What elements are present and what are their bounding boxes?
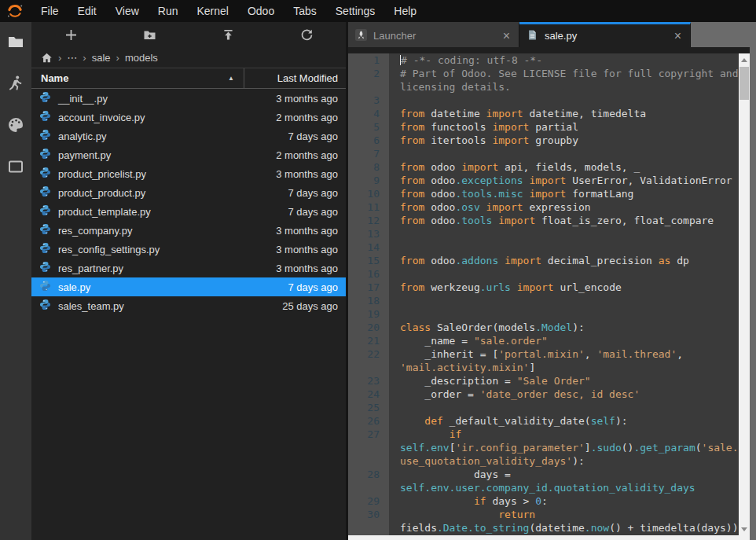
tab-launcher[interactable]: Launcher× [348,22,519,47]
column-header-modified[interactable]: Last Modified [244,68,346,88]
refresh-icon[interactable] [267,22,346,47]
breadcrumb-models[interactable]: models [125,52,158,64]
modified-column-label: Last Modified [277,72,338,84]
breadcrumb-separator: › [83,52,86,64]
close-icon[interactable]: × [673,31,683,42]
code-line[interactable]: 16 [348,267,739,281]
code-line[interactable]: 19 [348,307,739,321]
code-line[interactable]: 28 days = [348,468,739,481]
code-line[interactable]: 27 if [348,428,739,441]
file-name: product_pricelist.py [58,168,276,180]
file-name: res_company.py [58,225,276,237]
code-line[interactable]: 12from odoo.tools import float_is_zero, … [348,214,739,227]
menu-help[interactable]: Help [384,2,426,20]
line-number: 14 [348,241,389,254]
code-line[interactable]: 4from datetime import datetime, timedelt… [348,107,739,120]
file-row-account_invoice.py[interactable]: account_invoice.py2 months ago [31,108,346,127]
running-icon[interactable] [7,75,24,92]
code-line[interactable]: self.env.user.company_id.quotation_valid… [348,481,739,494]
code-line[interactable]: self.env['ir.config_parameter'].sudo().g… [348,441,739,454]
python-file-icon [39,242,51,256]
file-row-payment.py[interactable]: payment.py2 months ago [31,145,346,164]
palette-icon[interactable] [7,116,24,134]
file-row-product_template.py[interactable]: product_template.py7 days ago [31,202,346,221]
code-line[interactable]: 20class SaleOrder(models.Model): [348,321,739,334]
file-row-analytic.py[interactable]: analytic.py7 days ago [31,127,346,145]
menu-view[interactable]: View [106,2,149,20]
line-number: 17 [348,281,389,294]
new-folder-icon[interactable] [110,22,189,47]
file-row-__init__.py[interactable]: __init__.py3 months ago [31,89,346,108]
new-launcher-icon[interactable] [31,22,110,47]
menu-odoo[interactable]: Odoo [238,2,284,20]
code-line[interactable]: 11from odoo.osv import expression [348,200,739,214]
line-number: 9 [348,174,389,187]
file-row-product_product.py[interactable]: product_product.py7 days ago [31,183,346,202]
menu-tabs[interactable]: Tabs [284,2,326,20]
code-line[interactable]: 14 [348,241,739,254]
line-number: 7 [348,147,389,160]
code-line[interactable]: 23 _description = "Sale Order" [348,374,739,388]
code-line[interactable]: 21 _name = "sale.order" [348,334,739,347]
vertical-scrollbar[interactable] [739,53,750,535]
code-line[interactable]: 10from odoo.tools.misc import formatLang [348,187,739,200]
home-icon[interactable] [41,52,53,64]
code-line[interactable]: 7 [348,147,739,160]
code-line[interactable]: 25 [348,401,739,414]
menu-file[interactable]: File [31,2,68,20]
file-row-sale.py[interactable]: sale.py7 days ago [31,277,346,296]
upload-icon[interactable] [189,22,267,47]
code-text: _inherit = ['portal.mixin', 'mail.thread… [389,347,739,361]
column-header-name[interactable]: Name ▲ [31,68,244,88]
code-line[interactable]: 13 [348,227,739,241]
code-line[interactable]: use_quotation_validity_days'): [348,454,739,468]
code-text [389,307,739,321]
file-row-res_partner.py[interactable]: res_partner.py3 months ago [31,259,346,277]
line-number: 23 [348,374,389,388]
file-row-sales_team.py[interactable]: sales_team.py25 days ago [31,296,346,315]
tabs-icon[interactable] [7,158,24,175]
folder-icon[interactable] [7,33,24,50]
menu-run[interactable]: Run [149,2,188,20]
file-row-res_config_settings.py[interactable]: res_config_settings.py3 months ago [31,240,346,259]
line-number: 21 [348,334,389,347]
code-text: 'mail.activity.mixin'] [389,361,739,374]
code-line[interactable]: 2# Part of Odoo. See LICENSE file for fu… [348,67,739,80]
menu-kernel[interactable]: Kernel [187,2,237,20]
code-line[interactable]: 6from itertools import groupby [348,134,739,147]
code-line[interactable]: 3 [348,94,739,107]
scrollbar-thumb[interactable] [739,67,749,100]
scroll-down-icon[interactable] [739,523,750,534]
menu-edit[interactable]: Edit [68,2,106,20]
code-line[interactable]: 5from functools import partial [348,120,739,134]
code-editor[interactable]: 1# -*- coding: utf-8 -*-2# Part of Odoo.… [348,53,739,535]
line-number [348,441,389,454]
code-line[interactable]: 24 _order = 'date_order desc, id desc' [348,388,739,401]
line-number [348,454,389,468]
code-line[interactable]: 8from odoo import api, fields, models, _ [348,160,739,174]
code-line[interactable]: 18 [348,294,739,307]
code-line[interactable]: licensing details. [348,80,739,94]
close-icon[interactable]: × [501,31,512,42]
code-line[interactable]: 'mail.activity.mixin'] [348,361,739,374]
file-row-res_company.py[interactable]: res_company.py3 months ago [31,221,346,240]
code-line[interactable]: 9from odoo.exceptions import UserError, … [348,174,739,187]
code-line[interactable]: 26 def _default_validity_date(self): [348,414,739,428]
file-name: analytic.py [58,130,288,142]
breadcrumb-ellipsis[interactable]: ⋯ [67,52,77,64]
code-line[interactable]: fields.Date.to_string(datetime.now() + t… [348,521,739,534]
menu-settings[interactable]: Settings [326,2,385,20]
code-line[interactable]: 30 return [348,508,739,521]
horizontal-scrollbar[interactable] [348,535,750,540]
code-line[interactable]: 17from werkzeug.urls import url_encode [348,281,739,294]
file-row-product_pricelist.py[interactable]: product_pricelist.py3 months ago [31,164,346,183]
code-line[interactable]: 15from odoo.addons import decimal_precis… [348,254,739,267]
code-line[interactable]: 1# -*- coding: utf-8 -*- [348,53,739,67]
tab-sale-py[interactable]: sale.py× [519,22,691,47]
code-line[interactable]: 22 _inherit = ['portal.mixin', 'mail.thr… [348,347,739,361]
sort-ascending-icon[interactable]: ▲ [228,75,234,82]
code-line[interactable]: 29 if days > 0: [348,494,739,508]
code-text [389,147,739,160]
scroll-up-icon[interactable] [739,54,750,65]
breadcrumb-sale[interactable]: sale [92,52,111,64]
